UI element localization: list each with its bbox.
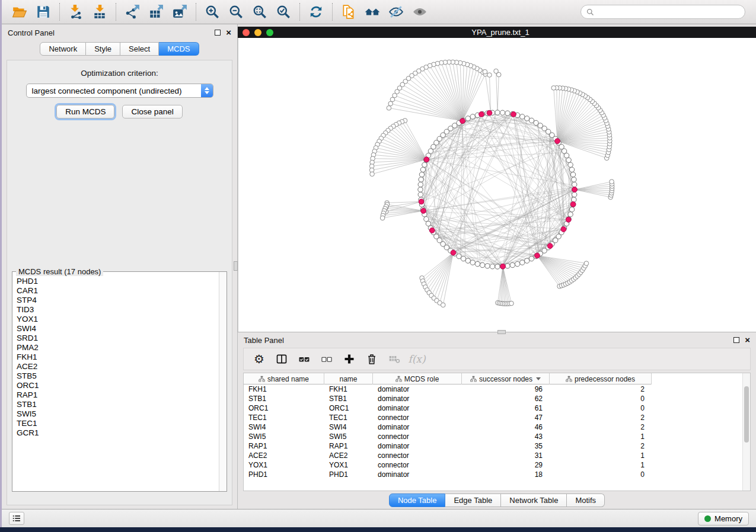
leaf-node[interactable] — [487, 73, 492, 78]
window-minimize-button[interactable] — [254, 29, 261, 36]
table-cell[interactable]: 2 — [550, 442, 652, 450]
dominator-node[interactable] — [424, 157, 429, 162]
table-cell[interactable]: 31 — [462, 451, 550, 460]
leaf-node[interactable] — [387, 105, 391, 110]
table-cell[interactable]: FKH1 — [324, 385, 373, 393]
mcds-result-item[interactable]: RAP1 — [12, 391, 219, 400]
ring-node[interactable] — [419, 177, 423, 182]
ring-node[interactable] — [520, 114, 525, 119]
table-cell[interactable]: YOX1 — [244, 461, 324, 469]
table-row[interactable]: PHD1PHD1dominator180 — [244, 470, 652, 479]
ring-node[interactable] — [525, 116, 529, 121]
leaf-node[interactable] — [509, 301, 514, 306]
table-scrollbar[interactable] — [742, 373, 750, 491]
ring-node[interactable] — [566, 158, 571, 162]
dominator-node[interactable] — [511, 111, 516, 117]
table-cell[interactable]: ORC1 — [244, 404, 324, 412]
table-cell[interactable]: 1 — [550, 461, 652, 469]
table-cell[interactable]: 18 — [462, 470, 550, 479]
ring-node[interactable] — [568, 212, 573, 217]
create-column-button[interactable] — [339, 350, 360, 368]
duplicate-network-button[interactable] — [337, 2, 361, 22]
table-cell[interactable]: dominator — [373, 395, 462, 403]
table-row[interactable]: SWI4SWI4dominator462 — [244, 422, 652, 432]
table-scrollbar-thumb[interactable] — [744, 386, 749, 443]
ring-node[interactable] — [569, 207, 574, 211]
table-row[interactable]: RAP1RAP1dominator352 — [244, 441, 652, 451]
network-canvas[interactable] — [238, 38, 756, 332]
table-cell[interactable]: 47 — [462, 414, 550, 422]
ring-node[interactable] — [500, 110, 505, 115]
select-all-columns-button[interactable] — [294, 350, 315, 368]
table-cell[interactable]: RAP1 — [244, 442, 324, 450]
table-cell[interactable]: STB1 — [244, 395, 324, 403]
mcds-result-item[interactable]: TID3 — [12, 306, 219, 315]
ring-node[interactable] — [418, 182, 423, 187]
run-mcds-button[interactable]: Run MCDS — [56, 105, 114, 118]
ring-node[interactable] — [418, 192, 423, 197]
tab-motifs[interactable]: Motifs — [567, 493, 605, 507]
tab-select[interactable]: Select — [120, 42, 159, 56]
leaf-node[interactable] — [388, 101, 393, 106]
table-cell[interactable]: dominator — [373, 385, 462, 393]
leaf-node[interactable] — [483, 69, 487, 74]
search-input[interactable] — [598, 8, 740, 17]
leaf-node[interactable] — [494, 69, 499, 73]
ring-node[interactable] — [568, 162, 573, 167]
table-cell[interactable]: 2 — [550, 385, 652, 393]
column-header-MCDS-role[interactable]: MCDS role — [373, 373, 462, 384]
ring-node[interactable] — [422, 162, 427, 167]
float-table-panel-icon[interactable] — [733, 337, 739, 343]
table-cell[interactable]: 46 — [462, 423, 550, 431]
unselect-all-columns-button[interactable] — [316, 350, 337, 368]
column-header-name[interactable]: name — [324, 373, 373, 384]
leaf-node[interactable] — [390, 97, 395, 102]
delete-columns-button[interactable] — [361, 350, 382, 368]
ring-node[interactable] — [569, 167, 574, 172]
hide-selected-button[interactable] — [384, 2, 408, 22]
table-cell[interactable]: connector — [373, 414, 462, 422]
table-cell[interactable]: 61 — [462, 404, 550, 412]
ring-node[interactable] — [470, 114, 475, 119]
column-header-predecessor-nodes[interactable]: predecessor nodes — [550, 373, 652, 384]
tab-edge-table[interactable]: Edge Table — [445, 493, 501, 507]
table-cell[interactable]: ORC1 — [324, 404, 373, 412]
refresh-button[interactable] — [304, 2, 328, 22]
float-panel-icon[interactable] — [215, 30, 221, 36]
dominator-node[interactable] — [570, 201, 576, 207]
dominator-node[interactable] — [500, 264, 506, 269]
table-cell[interactable]: TEC1 — [324, 414, 373, 422]
table-cell[interactable]: 1 — [550, 432, 652, 441]
leaf-node[interactable] — [610, 180, 614, 184]
ring-node[interactable] — [470, 260, 475, 265]
dominator-node[interactable] — [419, 199, 424, 204]
ring-node[interactable] — [529, 118, 534, 123]
mcds-result-item[interactable]: PMA2 — [12, 344, 219, 353]
table-cell[interactable]: 96 — [462, 385, 550, 393]
dominator-node[interactable] — [535, 253, 540, 258]
search-field[interactable] — [580, 5, 745, 19]
close-panel-icon[interactable]: × — [226, 30, 231, 36]
table-cell[interactable]: 29 — [462, 461, 550, 469]
table-cell[interactable]: TEC1 — [244, 414, 324, 422]
horizontal-splitter-handle[interactable] — [497, 330, 506, 334]
ring-node[interactable] — [515, 261, 519, 266]
table-cell[interactable]: SWI4 — [244, 423, 324, 431]
mcds-list-scrollbar[interactable] — [219, 272, 227, 491]
leaf-node[interactable] — [380, 216, 385, 220]
mcds-result-item[interactable]: SRD1 — [12, 334, 219, 344]
ring-node[interactable] — [424, 217, 429, 222]
table-cell[interactable]: SWI5 — [324, 432, 373, 441]
mcds-result-item[interactable]: YOX1 — [12, 315, 219, 325]
table-cell[interactable]: 2 — [550, 423, 652, 431]
mcds-result-item[interactable]: ORC1 — [12, 382, 219, 391]
table-cell[interactable]: dominator — [373, 423, 462, 431]
first-neighbors-button[interactable] — [361, 2, 384, 22]
mcds-result-item[interactable]: ACE2 — [12, 363, 219, 372]
leaf-node[interactable] — [370, 172, 375, 177]
table-cell[interactable]: connector — [373, 451, 462, 460]
network-window-titlebar[interactable]: YPA_prune.txt_1 — [238, 27, 756, 38]
table-row[interactable]: FKH1FKH1dominator962 — [244, 384, 652, 394]
dominator-node[interactable] — [429, 227, 435, 233]
table-cell[interactable]: 0 — [550, 395, 652, 403]
